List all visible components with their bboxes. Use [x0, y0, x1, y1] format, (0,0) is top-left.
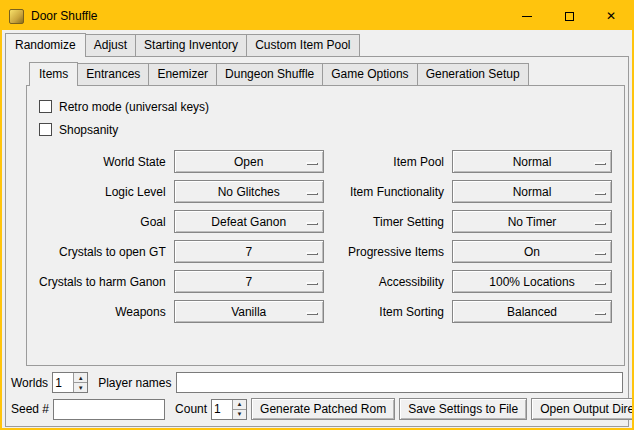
app-icon — [9, 9, 24, 24]
save-settings-button[interactable]: Save Settings to File — [399, 398, 527, 420]
crystals-open-gt-dropdown[interactable]: 7 — [174, 240, 324, 263]
close-icon: ✕ — [606, 10, 616, 22]
dropdown-value: On — [524, 245, 540, 259]
timer-setting-dropdown[interactable]: No Timer — [452, 210, 612, 233]
tab-generation-setup[interactable]: Generation Setup — [417, 63, 529, 85]
tab-items[interactable]: Items — [29, 62, 78, 86]
crystals-open-gt-label: Crystals to open GT — [39, 245, 166, 259]
count-spin-buttons: ▲ ▼ — [232, 400, 246, 419]
logic-level-dropdown[interactable]: No Glitches — [174, 180, 324, 203]
timer-setting-label: Timer Setting — [332, 215, 444, 229]
spin-up-icon[interactable]: ▲ — [74, 373, 87, 383]
player-names-input[interactable] — [176, 372, 624, 393]
dropdown-value: Vanilla — [231, 305, 266, 319]
dropdown-value: Balanced — [507, 305, 557, 319]
count-spinbox[interactable]: ▲ ▼ — [211, 399, 247, 420]
tab-game-options[interactable]: Game Options — [322, 63, 417, 85]
dropdown-indicator-icon — [594, 252, 605, 254]
window: Door Shuffle ✕ Randomize Adjust Starting… — [0, 0, 634, 430]
item-pool-dropdown[interactable]: Normal — [452, 150, 612, 173]
count-label: Count — [175, 402, 207, 416]
titlebar: Door Shuffle ✕ — [2, 2, 632, 30]
worlds-input[interactable] — [53, 373, 73, 392]
dropdown-value: Open — [234, 155, 263, 169]
window-title: Door Shuffle — [31, 9, 98, 23]
dropdown-indicator-icon — [306, 192, 317, 194]
dropdown-indicator-icon — [594, 282, 605, 284]
seed-input[interactable] — [53, 399, 165, 420]
dropdown-value: 7 — [245, 275, 252, 289]
worlds-spinbox[interactable]: ▲ ▼ — [52, 372, 88, 393]
dropdown-value: Defeat Ganon — [211, 215, 286, 229]
tab-enemizer[interactable]: Enemizer — [148, 63, 217, 85]
window-controls: ✕ — [506, 2, 632, 30]
player-names-label: Player names — [98, 376, 171, 390]
open-output-directory-button[interactable]: Open Output Directory — [531, 398, 634, 420]
dropdown-indicator-icon — [594, 162, 605, 164]
dropdown-indicator-icon — [594, 192, 605, 194]
goal-label: Goal — [39, 215, 166, 229]
item-sorting-dropdown[interactable]: Balanced — [452, 300, 612, 323]
weapons-dropdown[interactable]: Vanilla — [174, 300, 324, 323]
minimize-icon — [522, 16, 532, 17]
spin-up-icon[interactable]: ▲ — [233, 400, 246, 410]
world-state-dropdown[interactable]: Open — [174, 150, 324, 173]
logic-level-label: Logic Level — [39, 185, 166, 199]
dropdown-indicator-icon — [306, 312, 317, 314]
close-button[interactable]: ✕ — [590, 2, 632, 30]
seed-row: Seed # Count ▲ ▼ Generate Patched Rom Sa… — [11, 398, 623, 420]
tab-dungeon-shuffle[interactable]: Dungeon Shuffle — [216, 63, 323, 85]
worlds-spin-buttons: ▲ ▼ — [73, 373, 87, 392]
count-input[interactable] — [212, 400, 232, 419]
outer-tab-bar: Randomize Adjust Starting Inventory Cust… — [2, 33, 632, 56]
retro-mode-label[interactable]: Retro mode (universal keys) — [59, 100, 209, 114]
settings-grid: World State Open Item Pool Normal Logic … — [39, 150, 614, 323]
item-pool-label: Item Pool — [332, 155, 444, 169]
tab-custom-item-pool[interactable]: Custom Item Pool — [246, 34, 359, 56]
shopsanity-checkbox[interactable] — [39, 123, 52, 136]
spin-down-icon[interactable]: ▼ — [233, 410, 246, 419]
accessibility-dropdown[interactable]: 100% Locations — [452, 270, 612, 293]
world-state-label: World State — [39, 155, 166, 169]
goal-dropdown[interactable]: Defeat Ganon — [174, 210, 324, 233]
dropdown-value: 100% Locations — [489, 275, 574, 289]
spin-down-icon[interactable]: ▼ — [74, 383, 87, 392]
dropdown-value: Normal — [513, 155, 552, 169]
dropdown-indicator-icon — [594, 222, 605, 224]
weapons-label: Weapons — [39, 305, 166, 319]
dropdown-indicator-icon — [306, 162, 317, 164]
retro-mode-row: Retro mode (universal keys) — [39, 95, 614, 118]
minimize-button[interactable] — [506, 2, 548, 30]
accessibility-label: Accessibility — [332, 275, 444, 289]
dropdown-value: No Glitches — [218, 185, 280, 199]
seed-label: Seed # — [11, 402, 49, 416]
maximize-button[interactable] — [548, 2, 590, 30]
dropdown-indicator-icon — [306, 252, 317, 254]
randomize-pane: Items Entrances Enemizer Dungeon Shuffle… — [5, 56, 629, 427]
worlds-row: Worlds ▲ ▼ Player names — [11, 372, 623, 393]
tab-randomize[interactable]: Randomize — [5, 33, 86, 57]
dropdown-indicator-icon — [306, 282, 317, 284]
worlds-label: Worlds — [11, 376, 48, 390]
crystals-harm-ganon-label: Crystals to harm Ganon — [39, 275, 166, 289]
item-functionality-label: Item Functionality — [332, 185, 444, 199]
items-pane: Retro mode (universal keys) Shopsanity W… — [26, 85, 625, 366]
progressive-items-dropdown[interactable]: On — [452, 240, 612, 263]
shopsanity-label[interactable]: Shopsanity — [59, 123, 118, 137]
dropdown-indicator-icon — [306, 222, 317, 224]
inner-notebook: Items Entrances Enemizer Dungeon Shuffle… — [26, 62, 625, 366]
tab-adjust[interactable]: Adjust — [85, 34, 136, 56]
dropdown-value: No Timer — [508, 215, 557, 229]
maximize-icon — [565, 12, 574, 21]
progressive-items-label: Progressive Items — [332, 245, 444, 259]
tab-entrances[interactable]: Entrances — [77, 63, 149, 85]
item-sorting-label: Item Sorting — [332, 305, 444, 319]
generate-patched-rom-button[interactable]: Generate Patched Rom — [251, 398, 395, 420]
bottom-bar: Worlds ▲ ▼ Player names Seed # Count — [11, 372, 623, 420]
dropdown-value: 7 — [245, 245, 252, 259]
dropdown-value: Normal — [513, 185, 552, 199]
item-functionality-dropdown[interactable]: Normal — [452, 180, 612, 203]
tab-starting-inventory[interactable]: Starting Inventory — [135, 34, 247, 56]
crystals-harm-ganon-dropdown[interactable]: 7 — [174, 270, 324, 293]
retro-mode-checkbox[interactable] — [39, 100, 52, 113]
